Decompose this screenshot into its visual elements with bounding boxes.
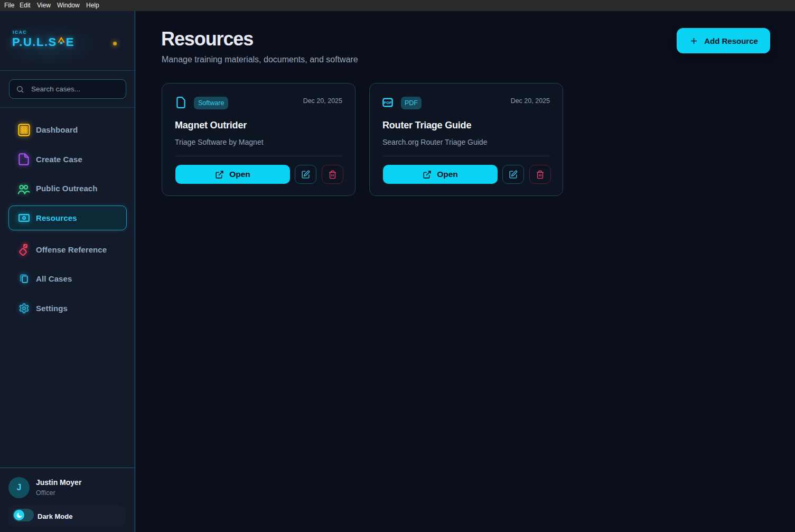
svg-text:PDF: PDF [384, 100, 392, 105]
